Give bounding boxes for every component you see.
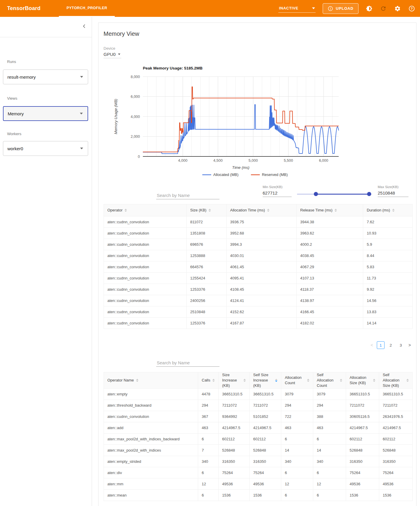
help-icon[interactable]: ?: [408, 5, 415, 12]
pagination-page-1[interactable]: 1: [377, 341, 385, 349]
table-row: aten::cudnn_convolution12538884030.01403…: [104, 250, 413, 261]
table-cell: 7.62: [363, 216, 413, 228]
table-cell: 316350: [219, 456, 250, 467]
table-row: aten::cudnn_convolution6965763994.34000.…: [104, 239, 413, 250]
table-cell: 10.93: [363, 228, 413, 239]
svg-text:Reserved (MB): Reserved (MB): [262, 172, 287, 177]
column-header[interactable]: Allocation Count: [281, 372, 313, 389]
brightness-icon[interactable]: [366, 5, 373, 12]
workers-select[interactable]: worker0: [3, 141, 88, 156]
table-cell: 9364992: [219, 411, 250, 422]
tab-pytorch-profiler[interactable]: PYTORCH_PROFILER: [59, 0, 115, 17]
table-cell: 36651310.5: [379, 389, 413, 400]
chevron-down-icon: [118, 54, 120, 55]
runs-select[interactable]: result-memory: [3, 69, 88, 84]
search-input[interactable]: [156, 192, 219, 199]
column-header-label: Operator Name: [107, 378, 134, 383]
table-cell: 602112: [219, 434, 250, 445]
table-cell: 14: [313, 445, 346, 456]
max-size-input[interactable]: [378, 189, 408, 197]
table-cell: 1255424: [187, 273, 227, 284]
pagination-prev[interactable]: <: [369, 343, 374, 347]
table-cell: aten::max_pool2d_with_indices: [104, 445, 198, 456]
page-title: Memory View: [104, 30, 411, 37]
table-cell: 3963.62: [297, 228, 363, 239]
column-header[interactable]: Self Size Increase (KB): [250, 372, 281, 389]
table-row: aten::mm12495364953612124953649536: [104, 478, 413, 490]
table-row: aten::cudnn_convolution12554244095.41410…: [104, 273, 413, 284]
sort-icon: [307, 379, 309, 382]
table-cell: 75264: [379, 467, 413, 478]
memory-events-table: OperatorSize (KB)Allocation Time (ms)Rel…: [104, 204, 413, 329]
pagination-next[interactable]: >: [407, 343, 412, 347]
slider-max-handle[interactable]: [367, 192, 371, 196]
table-row: aten::threshold_backward2947211072721107…: [104, 400, 413, 411]
table-cell: 4118.37: [297, 284, 363, 295]
table-cell: 5101852: [250, 411, 281, 422]
table-cell: 6: [313, 490, 346, 501]
column-header[interactable]: Size (KB): [187, 204, 227, 216]
table-cell: 664576: [187, 261, 227, 273]
runs-select-value: result-memory: [7, 75, 36, 80]
min-size-input[interactable]: [263, 189, 292, 197]
table-cell: 75264: [219, 467, 250, 478]
table-cell: 4107.13: [297, 273, 363, 284]
upload-button[interactable]: UPLOAD: [323, 3, 358, 14]
size-range-slider[interactable]: [297, 192, 371, 196]
column-header[interactable]: Calls: [198, 372, 219, 389]
column-header[interactable]: Allocation Time (ms): [227, 204, 297, 216]
column-header[interactable]: Operator Name: [104, 372, 198, 389]
table-cell: 14.56: [363, 295, 413, 306]
column-header[interactable]: Duration (ms): [363, 204, 413, 216]
memory-chart-wrap: 02,0004,0006,0008,0004,0004,5005,0005,50…: [106, 65, 411, 180]
table-cell: 4000.2: [297, 239, 363, 250]
table-cell: 4138.97: [297, 295, 363, 306]
table-cell: 6: [198, 490, 219, 501]
memory-statistics-table: Operator NameCallsSize Increase (KB)Self…: [104, 372, 413, 501]
table-cell: 1253376: [187, 318, 227, 329]
device-select[interactable]: GPU0: [104, 52, 121, 58]
table-cell: 7211072: [219, 400, 250, 411]
table-cell: aten::cudnn_convolution: [104, 411, 198, 422]
column-header[interactable]: Operator: [104, 204, 187, 216]
column-header[interactable]: Allocation Size (KB): [346, 372, 379, 389]
operator-search-input[interactable]: [156, 359, 219, 367]
table-cell: 4038.45: [297, 250, 363, 261]
table-cell: 4478: [198, 389, 219, 400]
table-cell: 526848: [219, 445, 250, 456]
top-bar: TensorBoard PYTORCH_PROFILER INACTIVE UP…: [0, 0, 420, 17]
table-cell: 294: [198, 400, 219, 411]
pagination-page-2[interactable]: 2: [387, 341, 395, 349]
column-header[interactable]: Self Allocation Count: [313, 372, 346, 389]
views-select[interactable]: Memory: [3, 106, 88, 121]
table-row: aten::cudnn_convolution12533764167.87418…: [104, 318, 413, 329]
settings-icon[interactable]: [394, 5, 401, 12]
table-cell: 49536: [219, 478, 250, 490]
pagination-page-3[interactable]: 3: [397, 341, 405, 349]
table-cell: aten::empty: [104, 389, 198, 400]
table-cell: aten::empty_strided: [104, 456, 198, 467]
column-header-label: Size (KB): [190, 208, 206, 213]
table-cell: 7211072: [250, 400, 281, 411]
table-row: aten::cudnn_convolution12533764108.45411…: [104, 284, 413, 295]
table-cell: 3944.38: [297, 216, 363, 228]
column-header-label: Allocation Count: [285, 375, 305, 386]
table-cell: 49536: [346, 478, 379, 490]
table-cell: 316350: [379, 456, 413, 467]
svg-text:6,000: 6,000: [131, 95, 140, 99]
refresh-icon[interactable]: [380, 5, 387, 12]
column-header[interactable]: Self Allocation Size (KB): [379, 372, 413, 389]
slider-min-handle[interactable]: [314, 192, 318, 196]
column-header[interactable]: Release Time (ms): [297, 204, 363, 216]
memory-usage-chart: 02,0004,0006,0008,0004,0004,5005,0005,50…: [106, 65, 355, 179]
table-cell: 14: [281, 445, 313, 456]
column-header[interactable]: Size Increase (KB): [219, 372, 250, 389]
table-cell: 316350: [346, 456, 379, 467]
table-cell: 4182.02: [297, 318, 363, 329]
collapse-sidebar-icon[interactable]: [82, 24, 86, 30]
table-cell: 4124.41: [227, 295, 297, 306]
table-row: aten::max_pool2d_with_indices75268485268…: [104, 445, 413, 456]
status-select[interactable]: INACTIVE: [278, 4, 316, 13]
table-cell: 602112: [379, 434, 413, 445]
table-cell: 340: [281, 456, 313, 467]
